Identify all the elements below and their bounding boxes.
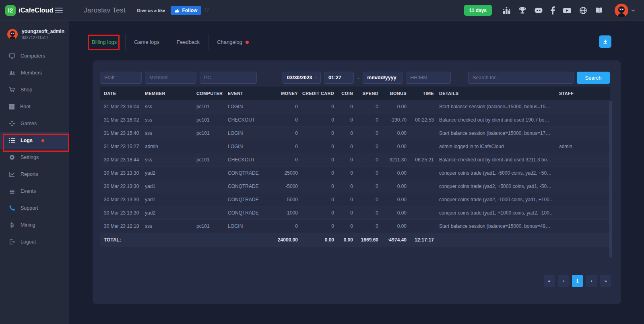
cell-details: Start balance session (balance=15000, bo…: [434, 104, 553, 109]
facebook-icon[interactable]: [551, 6, 555, 14]
cell-event: CONQTRADE: [228, 170, 262, 176]
cell-member: sss: [145, 117, 196, 123]
cell-event: CONQTRADE: [228, 184, 262, 189]
member-filter-input[interactable]: [145, 72, 196, 84]
search-input[interactable]: [468, 72, 574, 84]
download-button[interactable]: [599, 35, 611, 48]
handbook-icon[interactable]: [595, 6, 603, 14]
cell-credit-card: 0: [298, 197, 334, 202]
cell-member: sss: [145, 157, 196, 163]
cell-money: 0: [262, 223, 298, 229]
leaderboard-icon[interactable]: [502, 6, 511, 14]
date-to-input[interactable]: mm/dd/yyyy: [363, 72, 402, 84]
cell-bonus: -190.70: [378, 117, 407, 123]
table-row: 31 Mar 23 16:04ssspc101LOGIN00000.00Star…: [100, 100, 610, 114]
sidebar-item-shop[interactable]: Shop: [0, 81, 69, 98]
changelog-alert-dot: [246, 41, 249, 44]
cell-coin: 0: [334, 130, 353, 136]
cell-date: 31 Mar 23 15:40: [104, 130, 145, 136]
crown-icon: [9, 188, 15, 194]
page-next-button[interactable]: ›: [586, 275, 597, 287]
cell-date: 30 Mar 23 18:44: [104, 157, 145, 163]
page-prev-button[interactable]: ‹: [558, 275, 569, 287]
cell-spend: 0: [353, 170, 378, 176]
table-row: 30 Mar 23 13:30yad2CONQTRADE-10000000.00…: [100, 206, 610, 220]
sidebar-user[interactable]: youngzsoft_admin 032712711517: [0, 21, 69, 47]
total-spend: 1669.60: [353, 237, 378, 243]
discord-icon[interactable]: [534, 6, 543, 14]
tab-game-logs[interactable]: Game logs: [125, 34, 168, 50]
chevron-down-icon: [631, 9, 635, 12]
page-first-button[interactable]: «: [544, 275, 555, 287]
cell-spend: 0: [353, 223, 378, 229]
cell-credit-card: 0: [298, 210, 334, 216]
facebook-follow-button[interactable]: Follow: [171, 6, 201, 15]
sidebar-nav: Computers Members Shop Boot Games Logs S…: [0, 47, 69, 250]
user-menu[interactable]: [615, 4, 635, 17]
trophy-icon[interactable]: [518, 6, 526, 14]
total-coin: 0.00: [334, 237, 353, 243]
cell-event: CHECKOUT: [228, 117, 262, 123]
cell-bonus: 0.00: [378, 170, 407, 176]
globe-icon[interactable]: [579, 6, 587, 14]
total-credit-card: 0.00: [298, 237, 334, 243]
sidebar-item-mining[interactable]: B Mining: [0, 217, 69, 233]
col-header-computer: COMPUTER: [196, 91, 228, 96]
search-button[interactable]: Search: [577, 72, 610, 84]
cart-icon: [9, 87, 15, 93]
sidebar-item-events[interactable]: Events: [0, 183, 69, 200]
sidebar-item-members[interactable]: Members: [0, 64, 69, 81]
sidebar-item-boot[interactable]: Boot: [0, 98, 69, 115]
cell-bonus: 0.00: [378, 104, 407, 109]
page-number-button[interactable]: 1: [572, 275, 583, 287]
time-from-input[interactable]: 01:27: [324, 72, 354, 84]
cell-time: 06:25:21: [407, 157, 434, 163]
cell-member: sss: [145, 223, 196, 229]
sidebar-item-logout[interactable]: Logout: [0, 233, 69, 250]
cell-credit-card: 0: [298, 184, 334, 189]
cell-coin: 0: [334, 117, 353, 123]
date-from-input[interactable]: 03/30/2023: [283, 72, 321, 84]
staff-filter-input[interactable]: [100, 72, 142, 84]
phone-icon: [9, 205, 15, 211]
cell-bonus: 0.00: [378, 130, 407, 136]
youtube-icon[interactable]: [563, 6, 572, 14]
tab-feedback[interactable]: Feedback: [168, 34, 208, 50]
members-icon: [9, 70, 16, 76]
total-date: TOTAL:: [104, 237, 145, 243]
table-row: 31 Mar 23 16:02ssspc101CHECKOUT0000-190.…: [100, 114, 610, 127]
page-last-button[interactable]: »: [600, 275, 611, 287]
tab-billing-logs[interactable]: Billing logs: [83, 34, 125, 50]
sidebar-item-settings[interactable]: Settings: [0, 149, 69, 166]
license-days-badge[interactable]: 11 days: [464, 5, 492, 16]
computer-icon: [9, 53, 15, 59]
cell-details: admin logged in to iCafeCloud: [434, 144, 553, 149]
sidebar: youngzsoft_admin 032712711517 Computers …: [0, 21, 69, 324]
top-icons: [502, 6, 603, 14]
table-scrollbar[interactable]: [609, 101, 612, 258]
col-header-coin: COIN: [334, 91, 353, 96]
cell-details: Start balance session (balance=15000, bo…: [434, 223, 553, 229]
menu-toggle-icon[interactable]: [55, 6, 63, 15]
cell-credit-card: 0: [298, 223, 334, 229]
cell-details: Balance checked out by client and used 3…: [434, 157, 553, 163]
cell-time: 00:22:53: [407, 117, 434, 123]
cell-member: sss: [145, 130, 196, 136]
tab-changelog[interactable]: Changelog: [208, 34, 257, 50]
cell-bonus: 0.00: [378, 210, 407, 216]
sidebar-item-reports[interactable]: Reports: [0, 166, 69, 183]
cell-bonus: 0.00: [378, 184, 407, 189]
time-to-input[interactable]: HH:MM: [406, 72, 451, 84]
sidebar-item-computers[interactable]: Computers: [0, 47, 69, 64]
sidebar-item-support[interactable]: Support: [0, 200, 69, 217]
cell-computer: pc101: [196, 104, 228, 109]
cell-coin: 0: [334, 170, 353, 176]
sidebar-item-logs[interactable]: Logs: [0, 132, 69, 149]
sidebar-item-games[interactable]: Games: [0, 115, 69, 132]
pc-filter-input[interactable]: [200, 72, 257, 84]
table-row: 30 Mar 23 12:18ssspc101LOGIN00000.00Star…: [100, 220, 610, 233]
chart-line-icon: [9, 171, 15, 177]
cell-credit-card: 0: [298, 104, 334, 109]
main-content: Billing logs Game logs Feedback Changelo…: [69, 21, 644, 324]
cell-spend: 0: [353, 157, 378, 163]
